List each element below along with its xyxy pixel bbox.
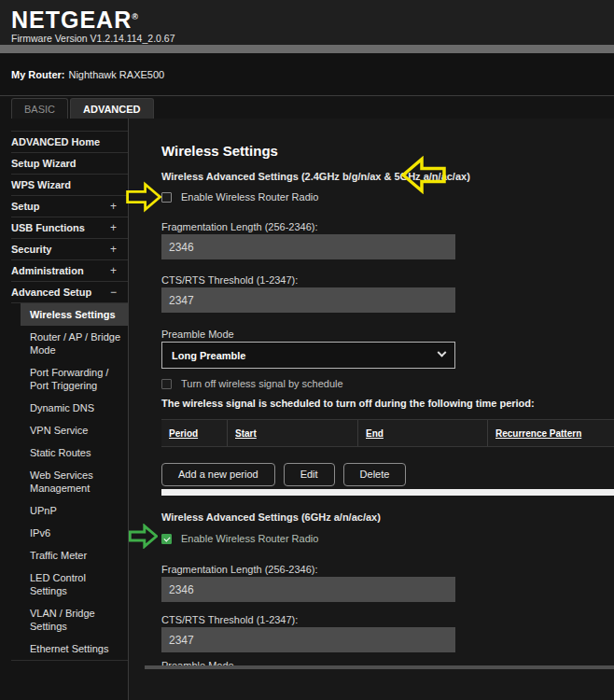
schedule-table: Period Start End Recurrence Pattern [161, 419, 614, 447]
chevron-down-icon [438, 348, 447, 357]
fragmentation-length-input-24-5ghz[interactable] [161, 234, 455, 259]
router-model: Nighthawk RAXE500 [68, 69, 164, 80]
fragmentation-length-input-6ghz[interactable] [161, 577, 455, 602]
sidebar-subitem-ethernet-settings[interactable]: Ethernet Settings [21, 637, 128, 660]
main-content: Wireless Settings Wireless Advanced Sett… [129, 119, 614, 700]
sidebar-item-security[interactable]: Security+ [11, 239, 128, 260]
sidebar-subitem-static-routes[interactable]: Static Routes [21, 441, 128, 464]
my-router-label: My Router: [11, 69, 64, 80]
sidebar-subitem-dynamic-dns[interactable]: Dynamic DNS [21, 397, 128, 419]
registered-mark: ® [132, 12, 139, 21]
sidebar-subitem-vpn-service[interactable]: VPN Service [21, 419, 128, 441]
enable-wireless-radio-checkbox-24-5ghz[interactable] [161, 192, 172, 203]
turn-off-by-schedule-label: Turn off wireless signal by schedule [181, 378, 343, 390]
sidebar-item-wps-wizard[interactable]: WPS Wizard [11, 175, 128, 196]
section-heading-24-5ghz: Wireless Advanced Settings (2.4GHz b/g/n… [161, 171, 614, 183]
header-divider-bar [0, 45, 614, 53]
sidebar-item-usb-functions[interactable]: USB Functions+ [11, 217, 128, 239]
fragmentation-length-label: Fragmentation Length (256-2346): [161, 221, 614, 233]
router-info-bar: My Router: Nighthawk RAXE500 [0, 53, 614, 96]
enable-wireless-radio-checkbox-6ghz[interactable] [161, 534, 172, 544]
netgear-logo: NETGEAR® [11, 5, 614, 32]
cts-rts-threshold-label: CTS/RTS Threshold (1-2347): [161, 274, 614, 287]
schedule-buttons-row: Add a new period Edit Delete [161, 463, 614, 486]
sidebar-subitem-router-ap-bridge-mode[interactable]: Router / AP / Bridge Mode [21, 326, 128, 361]
table-header-recurrence-pattern[interactable]: Recurrence Pattern [488, 420, 614, 446]
brand-text: NETGEAR [11, 7, 132, 33]
enable-radio-row-6ghz: Enable Wireless Router Radio [161, 533, 614, 545]
sidebar-nav: ADVANCED Home Setup Wizard WPS Wizard Se… [0, 119, 129, 700]
cts-rts-threshold-input-6ghz[interactable] [161, 627, 455, 652]
app-header: NETGEAR® Firmware Version V1.2.14.114_2.… [0, 0, 614, 45]
sidebar-subitem-upnp[interactable]: UPnP [21, 499, 128, 522]
enable-wireless-radio-label-6ghz: Enable Wireless Router Radio [181, 533, 318, 545]
schedule-checkbox-row: Turn off wireless signal by schedule [161, 378, 614, 390]
tab-bar: BASIC ADVANCED [0, 96, 614, 119]
preamble-mode-selected-value: Long Preamble [172, 350, 245, 361]
add-new-period-button[interactable]: Add a new period [161, 463, 275, 486]
table-header-period[interactable]: Period [161, 420, 228, 446]
tab-basic[interactable]: BASIC [11, 98, 68, 119]
expand-plus-icon[interactable]: + [110, 201, 117, 212]
enable-wireless-radio-label: Enable Wireless Router Radio [181, 191, 318, 203]
page-title: Wireless Settings [161, 143, 614, 160]
section-heading-6ghz: Wireless Advanced Settings (6GHz a/n/ac/… [161, 511, 614, 524]
sidebar-subitem-vlan-bridge-settings[interactable]: VLAN / Bridge Settings [21, 602, 128, 637]
preamble-mode-label: Preamble Mode [161, 329, 614, 341]
preamble-mode-select[interactable]: Long Preamble [161, 342, 455, 369]
expand-plus-icon[interactable]: + [110, 244, 117, 255]
collapse-minus-icon[interactable]: − [110, 287, 117, 298]
netgear-router-admin-page: NETGEAR® Firmware Version V1.2.14.114_2.… [0, 0, 614, 700]
table-header-end[interactable]: End [358, 420, 488, 446]
sidebar-item-setup[interactable]: Setup+ [11, 196, 128, 217]
delete-button[interactable]: Delete [343, 463, 407, 486]
sidebar-subitem-web-services-management[interactable]: Web Services Management [21, 464, 128, 499]
turn-off-by-schedule-checkbox[interactable] [161, 379, 172, 389]
sidebar-item-advanced-home[interactable]: ADVANCED Home [11, 131, 128, 153]
section-divider-bar [161, 489, 614, 496]
sidebar-subitem-ipv6[interactable]: IPv6 [21, 522, 128, 544]
sidebar-item-setup-wizard[interactable]: Setup Wizard [11, 153, 128, 175]
fragmentation-length-label-6ghz: Fragmentation Length (256-2346): [161, 564, 614, 576]
bottom-clip-cover [130, 669, 614, 700]
sidebar-item-administration[interactable]: Administration+ [11, 260, 128, 282]
sidebar-subitem-traffic-meter[interactable]: Traffic Meter [21, 544, 128, 567]
sidebar-item-advanced-setup[interactable]: Advanced Setup− [11, 282, 128, 303]
edit-button[interactable]: Edit [284, 463, 335, 486]
enable-radio-row-24-5ghz: Enable Wireless Router Radio [161, 191, 614, 203]
expand-plus-icon[interactable]: + [110, 222, 117, 233]
firmware-version: Firmware Version V1.2.14.114_2.0.67 [11, 33, 614, 44]
sidebar-subitem-wireless-settings[interactable]: Wireless Settings [21, 303, 128, 326]
schedule-note: The wireless signal is scheduled to turn… [161, 398, 614, 410]
cts-rts-threshold-label-6ghz: CTS/RTS Threshold (1-2347): [161, 614, 614, 626]
table-header-start[interactable]: Start [228, 420, 358, 446]
sidebar-subitem-port-forwarding[interactable]: Port Forwarding / Port Triggering [21, 361, 128, 397]
sidebar-end-divider [11, 660, 128, 661]
tab-advanced[interactable]: ADVANCED [70, 98, 154, 119]
sidebar-subitem-led-control-settings[interactable]: LED Control Settings [21, 567, 128, 602]
cts-rts-threshold-input-24-5ghz[interactable] [161, 287, 455, 313]
expand-plus-icon[interactable]: + [110, 265, 117, 276]
